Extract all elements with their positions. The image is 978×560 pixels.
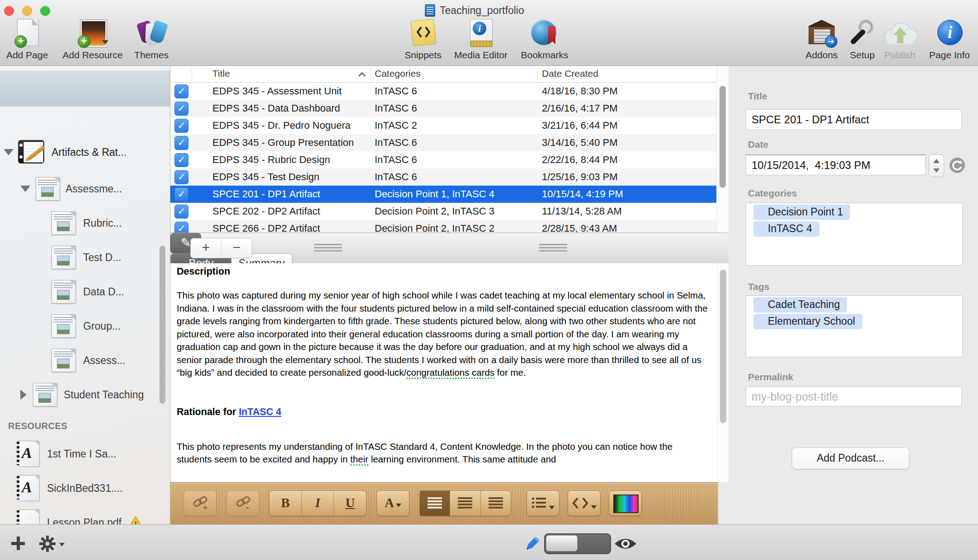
row-checkbox-checked[interactable]: ✓ — [174, 222, 188, 233]
sidebar-item-assess[interactable]: Assess... — [51, 349, 125, 372]
table-row-selected[interactable]: ✓ SPCE 201 - DP1 Artifact Decision Point… — [170, 186, 729, 203]
table-row[interactable]: ✓ EDPS 345 - Dr. Pedro Noguera InTASC 2 … — [170, 117, 729, 134]
disclosure-expanded-icon[interactable] — [4, 149, 14, 155]
category-tag[interactable]: InTASC 4 — [753, 221, 819, 237]
editor-scrollbar-thumb[interactable] — [720, 270, 726, 423]
addons-button[interactable]: ➔ Addons — [801, 19, 842, 61]
column-header-categories[interactable]: Categories — [375, 68, 421, 79]
table-scrollbar-thumb[interactable] — [719, 86, 726, 188]
zoom-window-button[interactable] — [40, 6, 50, 16]
table-row[interactable]: ✓ EDPS 345 - Test Design InTASC 6 1/25/1… — [170, 168, 729, 186]
tags-box[interactable]: Cadet Teaching Elementary School — [746, 295, 963, 357]
tag-pill[interactable]: Elementary School — [753, 314, 862, 329]
underline-button[interactable]: U — [334, 491, 366, 516]
remove-link-button[interactable]: - — [226, 490, 259, 516]
sidebar-item-assessment[interactable]: Assessme... — [20, 177, 122, 201]
post-date-input[interactable] — [746, 154, 926, 175]
resource-item-1st-time[interactable]: A 1st Time I Sa... — [16, 441, 116, 467]
row-checkbox-checked[interactable]: ✓ — [174, 136, 188, 150]
resource-item-sickinbed[interactable]: A SickInBed331.... — [16, 475, 123, 501]
row-checkbox-checked[interactable]: ✓ — [174, 205, 188, 219]
category-tag[interactable]: Decision Point 1 — [753, 205, 850, 220]
reset-date-button[interactable] — [949, 157, 966, 174]
actions-gear-button[interactable] — [38, 535, 56, 555]
entry-body-editor[interactable]: Description This photo was captured duri… — [170, 263, 729, 482]
row-checkbox-checked[interactable]: ✓ — [174, 153, 188, 167]
sidebar-item-artifacts[interactable]: Artifacts & Rat... — [4, 139, 127, 165]
row-checkbox-checked[interactable]: ✓ — [174, 170, 188, 184]
editor-scrollbar-track[interactable] — [717, 263, 729, 482]
row-checkbox-checked[interactable]: ✓ — [174, 187, 188, 201]
list-style-button[interactable] — [527, 490, 560, 516]
toggle-knob[interactable] — [546, 535, 578, 551]
splitter-grip-handle[interactable] — [539, 244, 567, 252]
add-page-icon-button[interactable] — [11, 537, 25, 550]
chevron-down-icon — [549, 506, 555, 509]
categories-label: Categories — [748, 188, 797, 199]
align-left-button[interactable] — [420, 491, 450, 516]
sort-ascending-icon — [357, 71, 367, 78]
styled-text-page-icon — [51, 246, 77, 269]
html-code-button[interactable] — [568, 490, 601, 516]
bold-button[interactable]: B — [269, 491, 301, 516]
snippets-icon — [409, 19, 437, 48]
tag-pill[interactable]: Cadet Teaching — [753, 297, 847, 313]
themes-button[interactable]: Themes — [131, 19, 172, 61]
sidebar-scrollbar-thumb[interactable] — [160, 246, 165, 404]
snippets-button[interactable]: Snippets — [401, 19, 445, 61]
disclosure-collapsed-icon[interactable] — [20, 390, 27, 400]
table-row[interactable]: ✓ EDPS 345 - Group Presentation InTASC 6… — [170, 134, 729, 151]
font-style-button[interactable]: A — [376, 490, 409, 516]
table-row[interactable]: ✓ EDPS 345 - Data Dashboard InTASC 6 2/1… — [170, 100, 729, 117]
column-header-date-created[interactable]: Date Created — [542, 68, 598, 79]
bookmarks-icon — [530, 19, 559, 48]
row-checkbox-checked[interactable]: ✓ — [174, 84, 188, 98]
splitter-grip-handle[interactable] — [314, 244, 342, 252]
table-scrollbar-track[interactable] — [716, 66, 729, 233]
pdf-file-icon — [16, 509, 41, 524]
add-link-button[interactable]: + — [183, 490, 216, 516]
sidebar-item-group[interactable]: Group... — [51, 314, 121, 338]
bookmarks-button[interactable]: Bookmarks — [516, 19, 573, 61]
addons-label: Addons — [801, 50, 842, 61]
color-picker-button[interactable] — [609, 490, 642, 516]
align-center-button[interactable] — [450, 491, 480, 516]
post-title-input[interactable] — [746, 109, 962, 130]
sidebar-item-test-design[interactable]: Test D... — [51, 246, 121, 269]
italic-button[interactable]: I — [301, 491, 334, 516]
svg-text:!: ! — [134, 520, 137, 524]
add-page-button[interactable]: + Add Page — [4, 19, 51, 61]
table-row[interactable]: ✓ SPCE 202 - DP2 Artifact Decision Point… — [170, 203, 729, 220]
setup-button[interactable]: Setup — [846, 19, 879, 61]
publish-cloud-icon — [883, 19, 917, 48]
minimize-window-button[interactable] — [22, 6, 32, 16]
setup-wrench-icon — [849, 19, 876, 48]
page-info-button[interactable]: i Page Info — [925, 19, 974, 61]
categories-box[interactable]: Decision Point 1 InTASC 4 — [746, 203, 963, 266]
pages-sidebar: Artifacts & Rat... Assessme... Rubric...… — [0, 66, 170, 524]
add-entry-button[interactable]: + — [191, 238, 221, 258]
permalink-input[interactable] — [746, 387, 962, 406]
sidebar-item-rubric[interactable]: Rubric... — [51, 211, 122, 235]
column-header-title[interactable]: Title — [212, 68, 230, 79]
resource-item-lesson-plan[interactable]: Lesson Plan.pdf ! — [16, 509, 143, 524]
row-checkbox-checked[interactable]: ✓ — [174, 102, 188, 116]
sidebar-selection-highlight — [0, 70, 170, 107]
row-checkbox-checked[interactable]: ✓ — [174, 119, 188, 133]
table-row[interactable]: ✓ EDPS 345 - Rubric Design InTASC 6 2/22… — [170, 151, 729, 168]
media-editor-button[interactable]: i Media Editor — [450, 19, 512, 61]
close-window-button[interactable] — [4, 6, 14, 16]
sidebar-item-data-dashboard[interactable]: Data D... — [51, 280, 124, 303]
add-resource-button[interactable]: + Add Resource — [56, 19, 129, 61]
disclosure-expanded-icon[interactable] — [20, 186, 30, 192]
add-podcast-button[interactable]: Add Podcast... — [792, 448, 909, 469]
sidebar-item-student-teaching[interactable]: Student Teaching — [20, 383, 144, 406]
date-stepper[interactable] — [929, 154, 944, 177]
table-row[interactable]: ✓ SPCE 266 - DP2 Artifact Decision Point… — [170, 220, 729, 233]
edit-preview-toggle[interactable] — [544, 533, 611, 554]
description-heading: Description — [177, 266, 709, 277]
remove-entry-button[interactable]: − — [221, 238, 252, 258]
intasc-4-link[interactable]: InTASC 4 — [239, 406, 281, 417]
table-row[interactable]: ✓ EDPS 345 - Assessment Unit InTASC 6 4/… — [170, 83, 729, 100]
align-right-button[interactable] — [480, 491, 511, 516]
